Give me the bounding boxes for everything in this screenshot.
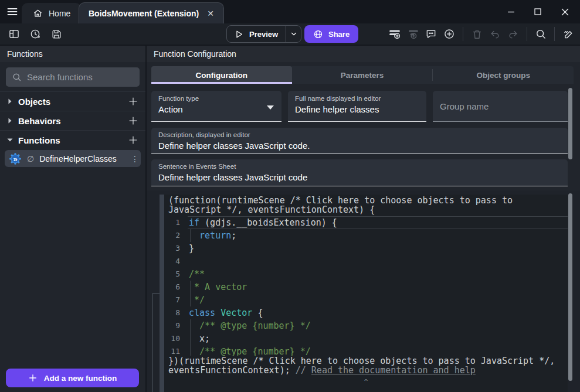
configuration-tabs: Configuration Parameters Object groups <box>151 66 574 84</box>
dropdown-arrow-icon <box>267 105 274 110</box>
toolbar-separator <box>527 27 527 41</box>
window-maximize-button[interactable] <box>530 5 546 19</box>
window-minimize-button[interactable] <box>503 5 519 19</box>
delete-icon[interactable] <box>470 27 484 41</box>
tab-parameters[interactable]: Parameters <box>292 66 433 84</box>
function-type-value: Action <box>158 104 274 114</box>
chevron-down-icon <box>7 137 13 143</box>
window-close-button[interactable] <box>557 5 573 19</box>
sentence-field[interactable]: Sentence in Events Sheet Define helper c… <box>151 159 568 186</box>
code-line[interactable]: 6 * A vector <box>164 281 568 294</box>
preview-label: Preview <box>249 30 278 39</box>
full-name-label: Full name displayed in editor <box>295 95 419 102</box>
group-name-placeholder: Group name <box>440 101 489 111</box>
tab-label: Object groups <box>476 71 530 80</box>
item-menu-icon[interactable]: ⋮ <box>131 154 137 163</box>
description-field[interactable]: Description, displayed in editor Define … <box>151 128 568 154</box>
sentence-label: Sentence in Events Sheet <box>158 163 561 170</box>
toolbar-separator <box>554 27 555 41</box>
tab-label: Configuration <box>196 71 247 80</box>
code-footer-line[interactable]: })(runtimeScene /* Click here to choose … <box>164 356 568 375</box>
description-label: Description, displayed in editor <box>158 131 561 138</box>
add-object-icon[interactable] <box>128 96 138 107</box>
tab-close-icon[interactable]: ✕ <box>207 9 214 18</box>
sidebar-header: Functions <box>0 46 145 62</box>
sidebar-title: Functions <box>7 49 43 59</box>
plus-icon <box>28 373 38 383</box>
tab-home[interactable]: Home <box>22 3 82 23</box>
search-icon[interactable] <box>534 27 548 41</box>
section-label: Functions <box>18 135 128 145</box>
history-icon[interactable] <box>28 27 42 41</box>
sidebar-section-objects[interactable]: Objects <box>0 91 145 111</box>
event-drag-rail[interactable] <box>160 195 164 392</box>
tab-label: Parameters <box>341 71 384 80</box>
preview-dropdown-button[interactable] <box>286 26 301 42</box>
add-event-icon[interactable] <box>388 27 402 41</box>
edit-scene-icon[interactable] <box>561 27 575 41</box>
code-editor[interactable]: (function(runtimeScene /* Click here to … <box>164 195 568 392</box>
sidebar-section-functions[interactable]: Functions <box>0 130 145 149</box>
titlebar: Home BoidsMovement (Extension) ✕ <box>0 0 580 23</box>
function-type-label: Function type <box>158 95 274 102</box>
redo-icon[interactable] <box>506 27 520 41</box>
chevron-right-icon <box>7 118 13 124</box>
code-line[interactable]: 11 /** @type {number} */ <box>164 345 568 356</box>
code-lines[interactable]: 1if (gdjs.__boidsExtension) {2 return;3}… <box>164 216 568 356</box>
add-function-icon[interactable] <box>128 135 138 145</box>
home-icon <box>33 8 43 18</box>
code-line[interactable]: 8class Vector { <box>164 306 568 319</box>
add-circle-icon[interactable] <box>442 27 456 41</box>
save-icon[interactable] <box>49 27 63 41</box>
section-label: Behaviors <box>18 116 128 126</box>
full-name-field[interactable]: Full name displayed in editor Define hel… <box>288 91 426 122</box>
search-functions-box[interactable] <box>6 67 140 87</box>
function-item-definehelperclasses[interactable]: » ∅ DefineHelperClasses ⋮ <box>5 150 141 167</box>
preview-button[interactable]: Preview <box>226 25 301 43</box>
add-new-function-label: Add a new function <box>44 374 117 383</box>
chevron-right-icon <box>7 98 13 104</box>
code-line[interactable]: 10 x; <box>164 332 568 345</box>
toolbar: Preview Share <box>0 23 580 46</box>
add-new-function-button[interactable]: Add a new function <box>6 369 139 387</box>
code-line[interactable]: 7 */ <box>164 294 568 306</box>
code-line[interactable]: 3} <box>164 242 568 255</box>
function-item-label: DefineHelperClasses <box>39 154 126 163</box>
js-code-event[interactable]: (function(runtimeScene /* Click here to … <box>160 195 568 392</box>
tab-boidsmovement[interactable]: BoidsMovement (Extension) ✕ <box>79 2 224 23</box>
tab-configuration[interactable]: Configuration <box>151 66 292 84</box>
fields-scrollbar[interactable] <box>568 88 572 159</box>
undo-icon[interactable] <box>488 27 502 41</box>
tab-object-groups[interactable]: Object groups <box>433 66 574 84</box>
code-line[interactable]: 1if (gdjs.__boidsExtension) { <box>164 216 568 229</box>
section-label: Objects <box>18 97 128 107</box>
search-functions-input[interactable] <box>27 72 134 82</box>
sentence-value: Define helper classes JavaScript code <box>158 172 561 182</box>
add-behavior-icon[interactable] <box>128 115 138 126</box>
search-icon <box>12 72 22 82</box>
code-line[interactable]: 4 <box>164 255 568 268</box>
private-icon: ∅ <box>27 154 34 163</box>
menu-hamburger-icon[interactable] <box>5 5 19 19</box>
open-panels-layout-icon[interactable] <box>7 27 21 41</box>
tab-home-label: Home <box>49 9 70 18</box>
full-name-value: Define helper classes <box>295 104 419 114</box>
panel-title: Function Configuration <box>154 49 236 59</box>
share-button[interactable]: Share <box>304 25 358 43</box>
events-scrollbar[interactable] <box>568 193 572 381</box>
code-line[interactable]: 9 /** @type {number} */ <box>164 319 568 332</box>
panel-header: Function Configuration <box>147 46 580 62</box>
code-line[interactable]: 5/** <box>164 268 568 281</box>
documentation-link[interactable]: Read the documentation and help <box>311 365 476 376</box>
code-line[interactable]: 2 return; <box>164 229 568 242</box>
sidebar-section-behaviors[interactable]: Behaviors <box>0 111 145 130</box>
function-type-field[interactable]: Function type Action <box>151 91 281 122</box>
share-label: Share <box>328 30 350 39</box>
events-sheet: (function(runtimeScene /* Click here to … <box>147 190 580 392</box>
play-icon <box>234 29 244 39</box>
group-name-field[interactable]: Group name <box>433 91 568 122</box>
code-header-line[interactable]: (function(runtimeScene /* Click here to … <box>164 196 568 214</box>
tab-active-label: BoidsMovement (Extension) <box>89 9 199 18</box>
add-comment-icon[interactable] <box>424 27 438 41</box>
add-sub-event-icon[interactable] <box>406 27 420 41</box>
